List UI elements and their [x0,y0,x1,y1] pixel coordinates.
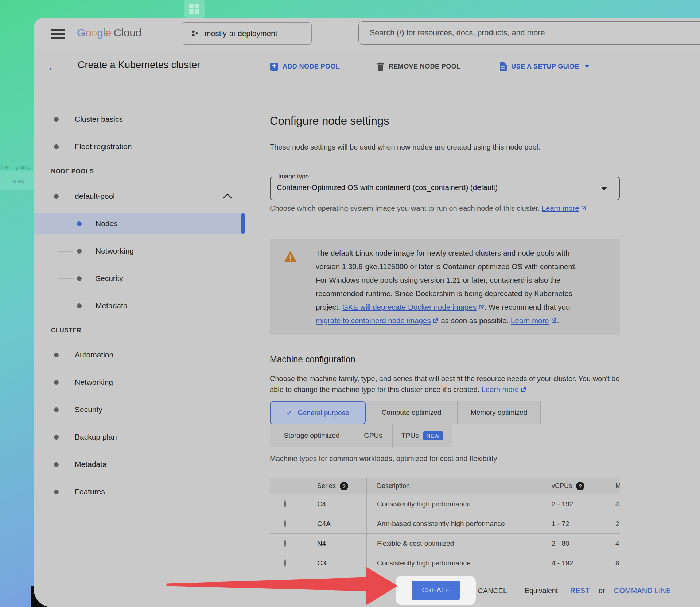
equivalent-label: Equivalent [525,574,558,607]
radio-button[interactable] [284,519,286,528]
google-cloud-logo: GoogleCloud [77,27,141,39]
machine-learn-more-link[interactable]: Learn more [482,386,527,394]
tab-label: GPUs [364,432,382,440]
memory-value: 2 [615,520,619,527]
external-link-icon [520,386,527,393]
link-label: Learn more [511,316,549,325]
sidebar-item-label: Fleet registration [75,142,132,151]
tab-label: TPUs [401,432,419,440]
external-link-icon [478,304,485,311]
sidebar-item-label: Features [75,487,105,496]
plus-icon [270,63,278,71]
step-dot [54,144,59,149]
sidebar-item-pool-security[interactable]: Security [34,268,248,288]
table-row-c4a[interactable]: C4A Arm-based consistently high performa… [270,514,620,534]
sidebar-item-label: Cluster basics [75,115,123,124]
back-arrow-icon[interactable]: ← [45,59,61,75]
search-input[interactable] [358,21,700,45]
learn-more-link[interactable]: Learn more [542,204,587,212]
step-dot-active [77,221,82,226]
top-bar: GoogleCloud mostly-ai-deployment [34,18,700,49]
sidebar-item-label: Backup plan [75,433,117,441]
page-header: ← Create a Kubernetes cluster ADD NODE P… [34,49,700,84]
use-setup-guide-label: USE A SETUP GUIDE [511,63,579,70]
tab-storage-optimized[interactable]: Storage optimized [270,424,354,447]
table-row-n4[interactable]: N4 Flexible & cost-optimized 2 - 80 4 [270,534,620,553]
background-mins-label: mins [13,178,25,184]
create-button-highlight: CREATE [396,576,476,605]
vcpus-value: 1 - 72 [552,520,569,528]
logo-letter: o [91,27,97,39]
chevron-up-icon[interactable] [223,193,232,199]
sidebar-item-pool-networking[interactable]: Networking [34,241,248,261]
column-label: vCPUs [552,482,572,490]
screen: training time mins GoogleCloud mostly-ai… [0,0,700,607]
sidebar-section-node-pools: NODE POOLS [51,168,94,175]
dropdown-caret-icon [601,187,607,191]
sidebar-item-metadata[interactable]: Metadata [34,455,248,474]
machine-types-note: Machine types for common workloads, opti… [270,455,497,463]
rest-link[interactable]: REST [570,574,590,607]
logo-cloud-text: Cloud [114,27,141,39]
warning-learn-more-link[interactable]: Learn more [511,316,557,325]
cancel-button[interactable]: CANCEL [478,574,507,607]
sidebar-item-networking[interactable]: Networking [34,372,248,392]
warning-icon [284,251,297,263]
background-training-time-label: training time [1,163,31,170]
sidebar-item-default-pool[interactable]: default-pool [34,186,248,206]
sidebar-item-cluster-basics[interactable]: Cluster basics [34,109,248,129]
sidebar-item-automation[interactable]: Automation [34,345,248,365]
use-setup-guide-button[interactable]: USE A SETUP GUIDE [500,49,590,84]
add-node-pool-button[interactable]: ADD NODE POOL [270,49,340,84]
image-type-help: Choose which operating system image you … [270,203,591,214]
sidebar-item-security[interactable]: Security [34,400,248,420]
project-selector[interactable]: mostly-ai-deployment [182,22,312,45]
radio-button[interactable] [284,539,286,548]
gcp-console-window: GoogleCloud mostly-ai-deployment ← Creat… [34,18,700,607]
link-label: GKE will deprecate Docker node images [342,303,477,311]
step-dot [54,194,59,199]
tab-gpus[interactable]: GPUs [354,424,393,447]
sidebar-item-label: Security [96,274,123,283]
create-button[interactable]: CREATE [412,581,460,600]
warning-text-part: The default Linux node image for newly c… [316,249,577,311]
tab-general-purpose[interactable]: General purpose [270,401,366,424]
series-value: N4 [317,540,326,548]
page-body: Cluster basics Fleet registration NODE P… [34,84,700,574]
annotation-arrow [158,563,398,607]
tab-compute-optimized[interactable]: Compute optimized [366,401,458,424]
help-icon[interactable]: ? [340,482,348,490]
vcpus-column-header: vCPUs ? [541,482,614,490]
tab-memory-optimized[interactable]: Memory optimized [458,401,541,424]
step-dot [77,249,82,254]
radio-button[interactable] [284,499,286,509]
logo-letter: e [105,27,111,39]
gke-deprecate-link[interactable]: GKE will deprecate Docker node images [342,303,485,311]
sidebar-item-fleet-registration[interactable]: Fleet registration [34,137,248,156]
image-type-label: Image type [276,173,311,180]
step-dot [54,353,59,357]
or-label: or [599,574,605,607]
section-title: Configure node settings [270,115,389,128]
sidebar-item-backup-plan[interactable]: Backup plan [34,427,248,447]
remove-node-pool-button[interactable]: REMOVE NODE POOL [377,49,460,84]
sidebar-item-features[interactable]: Features [34,482,248,502]
image-type-value: Container-Optimized OS with containerd (… [277,183,498,192]
external-link-icon [432,317,439,324]
background-app-icon [184,0,205,19]
tab-label: General purpose [298,409,349,417]
sidebar-item-nodes[interactable]: Nodes [34,214,248,233]
migrate-containerd-link[interactable]: migrate to containerd node images [316,316,439,325]
tab-tpus[interactable]: TPUs NEW [393,424,452,447]
table-row-c4[interactable]: C4 Consistently high performance 2 - 192… [270,494,620,514]
description-value: Consistently high performance [377,500,471,508]
menu-icon[interactable] [51,28,65,39]
sidebar-item-pool-metadata[interactable]: Metadata [34,296,248,316]
help-icon[interactable]: ? [576,482,584,490]
logo-letter: g [97,27,103,39]
warning-text-part: . [557,316,559,325]
sidebar-item-label: default-pool [75,192,115,201]
command-line-link[interactable]: COMMAND LINE [614,574,671,607]
image-type-select[interactable]: Image type Container-Optimized OS with c… [270,177,620,200]
sidebar-item-label: Nodes [96,219,118,228]
